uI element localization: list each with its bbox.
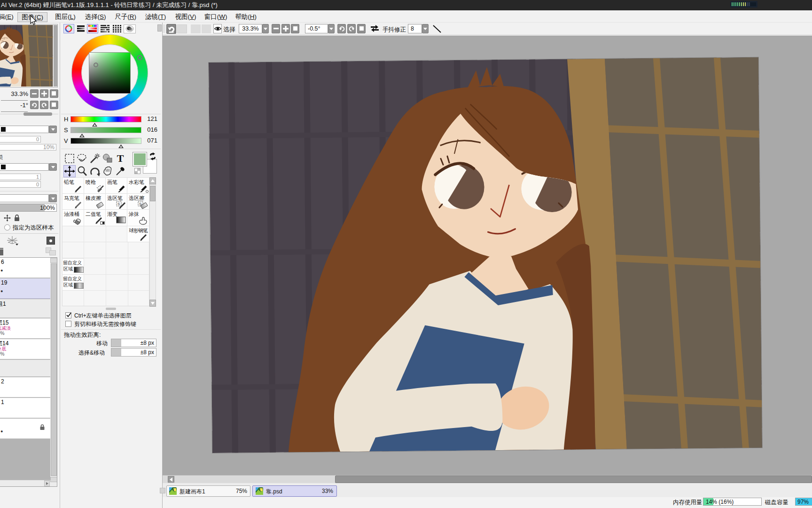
svg-text:S: S xyxy=(117,202,120,206)
